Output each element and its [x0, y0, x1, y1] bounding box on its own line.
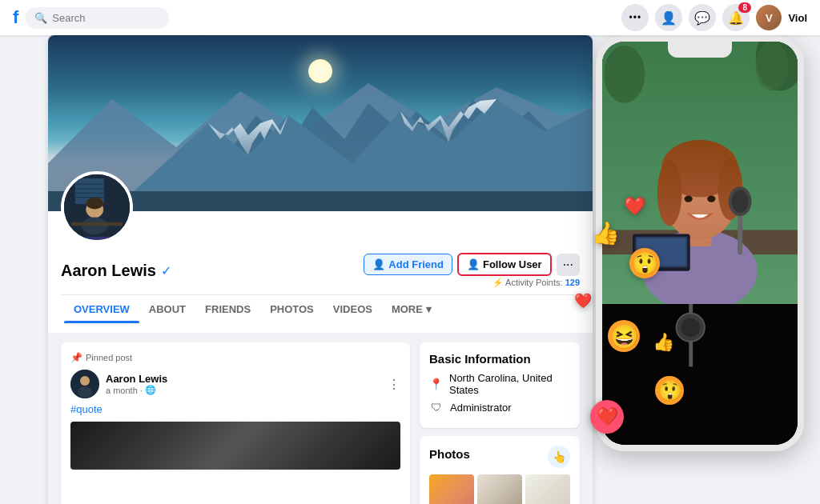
photos-title: Photos	[429, 447, 470, 461]
svg-rect-15	[71, 222, 123, 226]
location-item: 📍 North Carolina, United States	[429, 372, 570, 396]
svg-point-30	[685, 195, 693, 202]
search-bar[interactable]: 🔍	[25, 7, 169, 29]
reaction-like-2: 👍	[653, 332, 674, 353]
photo-thumb-3[interactable]	[525, 474, 570, 504]
user-avatar[interactable]: V	[756, 5, 782, 30]
add-friend-icon: 👤	[661, 10, 677, 26]
facebook-logo: f	[13, 7, 18, 28]
profile-avatar	[61, 171, 133, 243]
tab-overview[interactable]: OVERVIEW	[64, 295, 139, 323]
basic-info-card: Basic Information 📍 North Carolina, Unit…	[420, 342, 580, 428]
reaction-heart-1: ❤️	[624, 196, 645, 217]
notification-badge: 8	[738, 2, 751, 13]
profile-nav: OVERVIEW ABOUT FRIENDS PHOTOS VIDEOS MOR…	[61, 294, 580, 323]
post-header: Aaron Lewis a month · 🌐 ⋮	[70, 370, 400, 398]
tab-photos[interactable]: PHOTOS	[260, 295, 324, 323]
profile-name: Aaron Lewis	[61, 262, 156, 280]
cover-photo	[48, 35, 593, 211]
mountain-svg	[48, 67, 593, 211]
navbar: f 🔍 ••• 👤 💬 🔔 8 V Viol	[0, 0, 820, 35]
info-column: Basic Information 📍 North Carolina, Unit…	[420, 342, 580, 504]
pin-icon: 📌	[70, 352, 82, 363]
profile-container: Aaron Lewis ✓ 👤 Add Friend 👤 Follow User…	[48, 35, 593, 504]
reaction-heart-2: ❤️	[574, 292, 592, 310]
basic-info-title: Basic Information	[429, 352, 570, 366]
tab-videos[interactable]: VIDEOS	[324, 295, 382, 323]
username-label[interactable]: Viol	[788, 12, 807, 24]
phone-notch	[668, 42, 732, 58]
messenger-btn[interactable]: 💬	[689, 4, 716, 31]
add-friend-btn[interactable]: 👤	[655, 4, 682, 31]
svg-point-17	[80, 376, 90, 386]
add-friend-icon: 👤	[372, 258, 385, 270]
profile-name-row: Aaron Lewis ✓ 👤 Add Friend 👤 Follow User…	[61, 211, 580, 288]
privacy-icon: 🌐	[145, 385, 156, 395]
notifications-btn[interactable]: 🔔 8	[722, 4, 750, 31]
post-options-btn[interactable]: ⋮	[388, 377, 400, 392]
svg-point-31	[707, 195, 715, 202]
activity-points: ⚡ Activity Points: 129	[492, 278, 580, 288]
post-author-name: Aaron Lewis	[106, 373, 167, 385]
add-friend-button[interactable]: 👤 Add Friend	[364, 254, 452, 275]
svg-point-18	[78, 386, 92, 398]
search-icon: 🔍	[34, 12, 47, 24]
svg-point-28	[657, 160, 682, 226]
verified-badge: ✓	[161, 263, 171, 278]
follow-user-button[interactable]: 👤 Follow User	[457, 253, 552, 276]
reaction-heart-3: ❤️	[590, 400, 624, 434]
photos-link-icon: 👆	[553, 450, 566, 463]
reaction-like-1: 👍	[592, 220, 620, 246]
svg-point-13	[86, 198, 103, 210]
posts-column: 📌 Pinned post Aaron Lewis	[61, 342, 410, 504]
photo-thumb-1[interactable]	[429, 474, 474, 504]
reaction-wow: 😲	[629, 248, 660, 278]
location-icon: 📍	[429, 378, 443, 390]
role-icon: 🛡	[429, 401, 444, 414]
reaction-wow2: 😲	[655, 376, 684, 405]
svg-point-22	[604, 46, 645, 103]
tab-friends[interactable]: FRIENDS	[195, 295, 260, 323]
more-options-button[interactable]: ···	[557, 254, 580, 276]
messenger-icon: 💬	[694, 10, 710, 26]
photos-action-btn[interactable]: 👆	[548, 446, 570, 468]
svg-point-42	[681, 318, 700, 337]
profile-content: 📌 Pinned post Aaron Lewis	[48, 333, 593, 504]
svg-point-38	[732, 190, 748, 213]
profile-info: Aaron Lewis ✓ 👤 Add Friend 👤 Follow User…	[48, 211, 593, 333]
profile-name-section: Aaron Lewis ✓	[61, 262, 171, 280]
tab-more[interactable]: MORE ▾	[382, 295, 441, 323]
svg-point-21	[756, 42, 789, 90]
reaction-laugh: 😆	[608, 320, 640, 352]
post-image-preview	[70, 422, 400, 470]
post-avatar	[70, 370, 99, 398]
post-hashtag: #quote	[70, 403, 400, 415]
photos-grid	[429, 474, 570, 504]
post-meta: a month · 🌐	[106, 385, 167, 395]
phone-mockup	[596, 35, 804, 451]
location-text: North Carolina, United States	[449, 372, 570, 396]
profile-actions: 👤 Add Friend 👤 Follow User ···	[364, 253, 580, 276]
tab-about[interactable]: ABOUT	[139, 295, 195, 323]
phone-screen	[602, 42, 798, 445]
photos-title-row: Photos 👆	[429, 446, 570, 468]
more-options-btn[interactable]: •••	[621, 4, 649, 31]
pinned-label: 📌 Pinned post	[70, 352, 400, 363]
avatar-image	[64, 174, 130, 240]
search-input[interactable]	[52, 12, 148, 24]
photo-thumb-2[interactable]	[477, 474, 522, 504]
role-item: 🛡 Administrator	[429, 401, 570, 414]
role-text: Administrator	[450, 402, 512, 414]
post-user: Aaron Lewis a month · 🌐	[70, 370, 167, 398]
follow-icon: 👤	[467, 258, 480, 270]
dot-separator: ·	[140, 386, 143, 395]
photos-card: Photos 👆	[420, 436, 580, 504]
navbar-actions: ••• 👤 💬 🔔 8 V Viol	[621, 4, 807, 31]
